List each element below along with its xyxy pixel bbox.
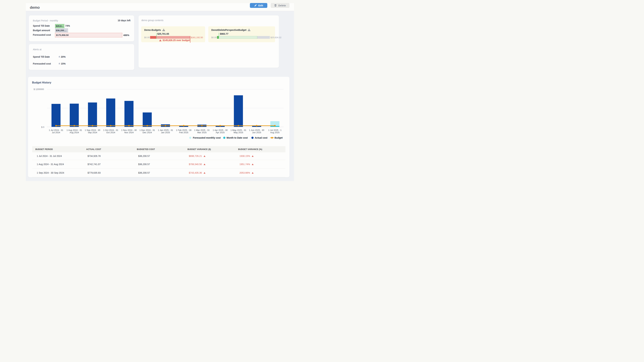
svg-text:1 Nov 2024 - 30: 1 Nov 2024 - 30	[121, 129, 137, 131]
svg-text:1 Dec 2024 - 31: 1 Dec 2024 - 31	[139, 129, 155, 131]
svg-text:Oct 2024: Oct 2024	[106, 131, 115, 134]
svg-text:Dec 2024: Dec 2024	[142, 131, 152, 134]
svg-text:1 Sep 2024 - 30: 1 Sep 2024 - 30	[85, 129, 100, 131]
svg-text:Aug 2024: Aug 2024	[70, 131, 79, 134]
svg-text:1 Apr 2025 - 30: 1 Apr 2025 - 30	[213, 129, 228, 131]
svg-text:Jan 2025: Jan 2025	[161, 131, 170, 134]
svg-text:Sep 2024: Sep 2024	[88, 131, 97, 134]
svg-text:Forecasted monthly cost: Forecasted monthly cost	[193, 136, 221, 139]
svg-text:1 Aug 2024 - 31: 1 Aug 2024 - 31	[66, 129, 82, 131]
svg-text:May 2025: May 2025	[234, 131, 243, 134]
svg-text:$ 0: $ 0	[41, 126, 44, 128]
svg-text:1 May 2025 - 31: 1 May 2025 - 31	[230, 129, 246, 131]
svg-text:Aug 2025: Aug 2025	[270, 131, 280, 134]
svg-text:1 Jun 2025 - 30: 1 Jun 2025 - 30	[249, 129, 264, 131]
svg-text:Mar 2025: Mar 2025	[198, 131, 206, 134]
svg-text:1 Jan 2025 - 31: 1 Jan 2025 - 31	[158, 129, 173, 131]
svg-text:$ 1200000: $ 1200000	[34, 88, 44, 90]
svg-text:1 Feb 2025 - 28: 1 Feb 2025 - 28	[176, 129, 191, 131]
svg-text:Month to Date cost: Month to Date cost	[226, 136, 248, 139]
svg-text:1 Oct 2024 - 31: 1 Oct 2024 - 31	[103, 129, 118, 131]
svg-text:Actual cost: Actual cost	[255, 136, 268, 139]
svg-text:Nov 2024: Nov 2024	[124, 131, 134, 134]
svg-text:1 Mar 2025 - 31: 1 Mar 2025 - 31	[194, 129, 210, 131]
svg-text:1 Jul 2025 - 1: 1 Jul 2025 - 1	[268, 129, 282, 131]
svg-text:Apr 2025: Apr 2025	[216, 131, 224, 134]
svg-text:Jun 2025: Jun 2025	[252, 131, 261, 134]
svg-text:Jul 2024: Jul 2024	[52, 131, 60, 134]
svg-text:1 Jul 2024 - 31: 1 Jul 2024 - 31	[49, 129, 63, 131]
svg-text:Feb 2025: Feb 2025	[179, 131, 188, 134]
svg-text:Budget: Budget	[274, 136, 283, 139]
